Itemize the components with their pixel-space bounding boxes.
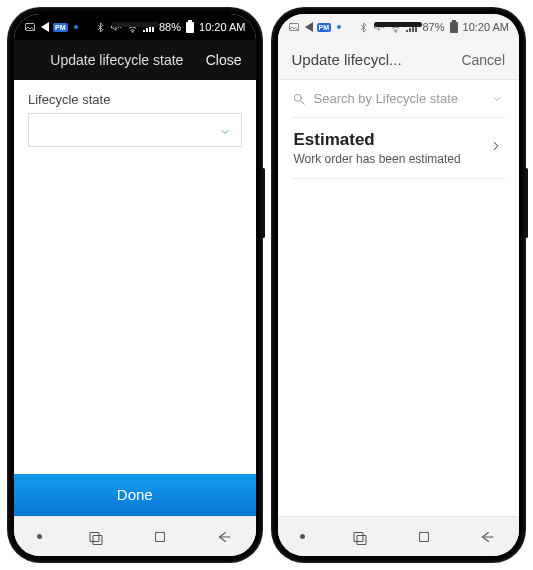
signal-icon: [143, 22, 155, 32]
status-bar: PM 88% 10:20 AM: [14, 14, 256, 40]
svg-rect-5: [188, 20, 192, 22]
nav-back-icon[interactable]: [215, 528, 233, 546]
battery-icon: [449, 20, 459, 34]
play-icon: [40, 23, 49, 31]
close-button[interactable]: Close: [206, 52, 242, 68]
battery-pct: 87%: [422, 21, 444, 33]
mute-icon: [373, 21, 385, 33]
svg-rect-15: [452, 20, 456, 22]
nav-back-icon[interactable]: [478, 528, 496, 546]
battery-pct: 88%: [159, 21, 181, 33]
phone-left: PM 88% 10:20 AM: [8, 8, 262, 562]
screen-right: PM 87% 10:20 AM: [278, 14, 520, 556]
app-badge-icon: PM: [317, 23, 332, 32]
svg-rect-8: [156, 532, 165, 541]
lifecycle-state-dropdown[interactable]: [28, 113, 242, 147]
android-nav-bar: [14, 516, 256, 556]
page-header: Update lifecycle state Close: [14, 40, 256, 80]
phone-right: PM 87% 10:20 AM: [272, 8, 526, 562]
battery-icon: [185, 20, 195, 34]
svg-rect-14: [450, 22, 458, 33]
svg-rect-6: [90, 532, 99, 541]
nav-home-icon[interactable]: [151, 528, 169, 546]
notification-dot-icon: [337, 25, 341, 29]
svg-rect-7: [93, 535, 102, 544]
done-button[interactable]: Done: [14, 474, 256, 516]
nav-home-icon[interactable]: [415, 528, 433, 546]
nav-assistant-icon[interactable]: [300, 534, 305, 539]
svg-point-3: [132, 31, 133, 32]
chevron-down-icon[interactable]: [491, 93, 503, 105]
bluetooth-icon: [95, 22, 106, 33]
mute-icon: [110, 21, 122, 33]
svg-point-16: [294, 94, 301, 101]
app-badge-icon: PM: [53, 23, 68, 32]
nav-recents-icon[interactable]: [351, 528, 369, 546]
notification-dot-icon: [74, 25, 78, 29]
chevron-right-icon: [489, 139, 503, 157]
list-item-subtitle: Work order has been estimated: [294, 152, 490, 166]
image-icon: [288, 21, 300, 33]
svg-rect-4: [186, 22, 194, 33]
picker-body: Search by Lifecycle state Estimated Work…: [278, 80, 520, 516]
search-icon: [292, 92, 306, 106]
status-bar: PM 87% 10:20 AM: [278, 14, 520, 40]
cancel-button[interactable]: Cancel: [461, 52, 505, 68]
svg-line-17: [300, 100, 304, 104]
page-title: Update lifecycl...: [292, 51, 462, 68]
list-item-title: Estimated: [294, 130, 490, 150]
page-header: Update lifecycl... Cancel: [278, 40, 520, 80]
svg-rect-20: [419, 532, 428, 541]
image-icon: [24, 21, 36, 33]
bluetooth-icon: [358, 22, 369, 33]
nav-recents-icon[interactable]: [87, 528, 105, 546]
svg-point-13: [396, 31, 397, 32]
nav-assistant-icon[interactable]: [37, 534, 42, 539]
wifi-icon: [389, 21, 402, 34]
wifi-icon: [126, 21, 139, 34]
search-placeholder: Search by Lifecycle state: [314, 91, 492, 106]
list-item[interactable]: Estimated Work order has been estimated: [292, 118, 506, 179]
form-body: Lifecycle state: [14, 80, 256, 474]
svg-rect-19: [357, 535, 366, 544]
chevron-down-icon: [219, 124, 231, 136]
clock-time: 10:20 AM: [463, 21, 509, 33]
svg-rect-18: [354, 532, 363, 541]
page-title: Update lifecycle state: [28, 52, 206, 68]
screen-left: PM 88% 10:20 AM: [14, 14, 256, 556]
play-icon: [304, 23, 313, 31]
search-input[interactable]: Search by Lifecycle state: [292, 80, 506, 118]
android-nav-bar: [278, 516, 520, 556]
field-label: Lifecycle state: [28, 92, 242, 107]
signal-icon: [406, 22, 418, 32]
clock-time: 10:20 AM: [199, 21, 245, 33]
